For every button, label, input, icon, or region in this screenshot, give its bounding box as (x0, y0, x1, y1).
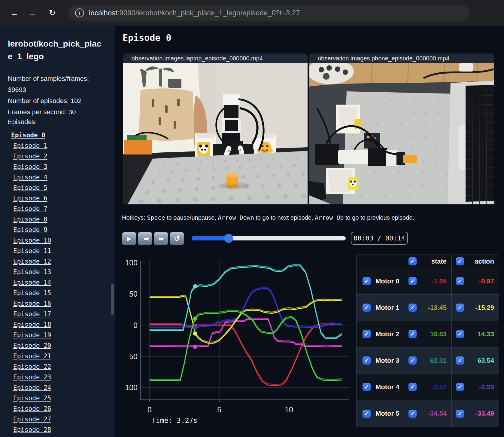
sidebar-episode-link[interactable]: Episode 15 (0, 288, 111, 298)
stat-episodes: Number of episodes: 102 (8, 95, 93, 106)
current-time-marker (193, 316, 197, 321)
sidebar-episode-link[interactable]: Episode 1 (0, 141, 111, 151)
motor-checkbox[interactable]: ✓ (363, 410, 371, 418)
motor-checkbox[interactable]: ✓ (363, 304, 371, 312)
reload-icon[interactable]: ↻ (45, 0, 59, 26)
forward-icon[interactable]: → (25, 0, 40, 26)
motor-action-checkbox[interactable]: ✓ (456, 356, 464, 365)
scrollbar-thumb[interactable] (111, 284, 114, 315)
motor-action-checkbox[interactable]: ✓ (456, 304, 464, 312)
video-panel-laptop: observation.images.laptop_episode_000000… (123, 53, 308, 204)
sidebar-episode-link[interactable]: Episode 21 (0, 351, 111, 362)
motor-state-checkbox[interactable]: ✓ (408, 277, 417, 285)
motor-row: ✓Motor 0✓-1.05✓-0.97 (357, 268, 499, 295)
sidebar-episode-link[interactable]: Episode 5 (0, 183, 111, 193)
motor-checkbox[interactable]: ✓ (363, 356, 371, 365)
motor-action-value: -33.49 (475, 410, 494, 417)
motor-checkbox[interactable]: ✓ (363, 330, 371, 338)
y-tick-label: 50 (129, 290, 138, 298)
sidebar-episode-link[interactable]: Episode 13 (0, 267, 111, 277)
current-time-marker (193, 325, 197, 329)
site-info-icon[interactable]: i (75, 8, 84, 17)
page-title: Episode 0 (123, 32, 172, 43)
sidebar-episode-link[interactable]: Episode 7 (0, 204, 111, 214)
hotkey-key: Space (147, 214, 165, 221)
stat-samples: Number of samples/frames: 39693 (8, 73, 93, 95)
motor-state-checkbox[interactable]: ✓ (408, 383, 417, 391)
sidebar: lerobot/koch_pick_place_1_lego Number of… (0, 26, 115, 437)
motor-checkbox[interactable]: ✓ (363, 383, 371, 391)
loop-icon: ↺ (174, 234, 180, 243)
motor-state-checkbox[interactable]: ✓ (408, 304, 417, 312)
back-icon[interactable]: ← (7, 0, 22, 26)
episode-list: Episode 0Episode 1Episode 2Episode 3Epis… (0, 130, 111, 435)
sidebar-episode-link[interactable]: Episode 8 (0, 214, 111, 225)
fast-forward-button[interactable]: ▶▶ (154, 232, 168, 245)
motor-state-cell: ✓10.63 (404, 321, 452, 347)
lego-baseplate (128, 151, 308, 204)
charger (459, 63, 473, 72)
motor-timeseries-chart: 100500-50-1000510 (126, 254, 354, 427)
sidebar-episode-link[interactable]: Episode 22 (0, 362, 111, 372)
sidebar-episode-link[interactable]: Episode 20 (0, 341, 111, 351)
motor-name: Motor 4 (375, 383, 399, 391)
y-tick-label: -100 (126, 383, 138, 392)
hotkey-text: to pause/unpause, (165, 214, 218, 221)
series-state-line (150, 323, 342, 384)
hotkey-key: Arrow Down (218, 214, 254, 221)
address-bar[interactable]: i localhost:9090/lerobot/koch_pick_place… (68, 5, 469, 21)
hotkeys-help-text: Hotkeys: Space to pause/unpause, Arrow D… (122, 214, 452, 221)
sidebar-episode-link[interactable]: Episode 3 (0, 162, 111, 172)
sidebar-episode-link[interactable]: Episode 9 (0, 225, 111, 235)
sidebar-episode-link[interactable]: Episode 4 (0, 172, 111, 183)
motor-action-checkbox[interactable]: ✓ (456, 383, 464, 391)
seek-slider-thumb[interactable] (224, 234, 233, 243)
sidebar-episode-link[interactable]: Episode 14 (0, 277, 111, 288)
phone-video-scene (309, 63, 494, 204)
sidebar-episode-link[interactable]: Episode 18 (0, 319, 111, 330)
sidebar-episode-link[interactable]: Episode 19 (0, 330, 111, 341)
sidebar-episode-link[interactable]: Episode 17 (0, 309, 111, 319)
motor-action-checkbox[interactable]: ✓ (456, 410, 464, 418)
time-display: 00:03 / 00:14 (351, 232, 408, 245)
motor-action-cell: ✓-2.99 (452, 374, 499, 400)
sidebar-episode-link[interactable]: Episode 28 (0, 425, 111, 435)
sidebar-episode-link[interactable]: Episode 0 (0, 130, 111, 141)
loop-button[interactable]: ↺ (170, 232, 184, 245)
sidebar-episode-link[interactable]: Episode 6 (0, 193, 111, 204)
sidebar-episode-link[interactable]: Episode 24 (0, 383, 111, 393)
action-column-checkbox[interactable]: ✓ (456, 257, 464, 265)
motor-action-checkbox[interactable]: ✓ (456, 330, 464, 338)
motor-action-checkbox[interactable]: ✓ (456, 277, 464, 285)
motor-checkbox[interactable]: ✓ (363, 277, 371, 285)
sidebar-episode-link[interactable]: Episode 27 (0, 414, 111, 425)
header-state-cell: ✓ state (404, 255, 452, 268)
motor-state-checkbox[interactable]: ✓ (408, 330, 417, 338)
sidebar-episode-link[interactable]: Episode 12 (0, 256, 111, 267)
motor-state-checkbox[interactable]: ✓ (408, 410, 417, 418)
sidebar-episode-link[interactable]: Episode 2 (0, 151, 111, 162)
state-column-checkbox[interactable]: ✓ (408, 257, 417, 265)
seek-slider-fill (192, 236, 229, 240)
motor-state-cell: ✓-34.54 (404, 400, 452, 427)
motor-name: Motor 5 (375, 410, 399, 417)
sidebar-episode-link[interactable]: Episode 26 (0, 404, 111, 414)
rewind-button[interactable]: ◀◀ (138, 232, 152, 245)
header-action-cell: ✓ action (452, 255, 499, 268)
y-tick-label: -50 (127, 352, 138, 361)
motor-row: ✓Motor 5✓-34.54✓-33.49 (357, 400, 499, 427)
dataset-title: lerobot/koch_pick_place_1_lego (8, 38, 102, 63)
sidebar-episode-link[interactable]: Episode 10 (0, 235, 111, 246)
motor-action-value: 14.33 (478, 330, 494, 338)
motor-state-checkbox[interactable]: ✓ (408, 356, 417, 365)
sidebar-episode-link[interactable]: Episode 11 (0, 246, 111, 256)
hotkey-key: Arrow Up (315, 214, 344, 221)
sidebar-episode-link[interactable]: Episode 23 (0, 372, 111, 383)
sidebar-episode-link[interactable]: Episode 16 (0, 298, 111, 309)
sidebar-episode-link[interactable]: Episode 25 (0, 393, 111, 404)
current-time-marker (193, 345, 197, 349)
play-pause-button[interactable]: ▶ (122, 232, 136, 245)
seek-slider[interactable] (192, 236, 346, 240)
header-empty-cell (357, 255, 404, 268)
motor-state-value: -1.05 (432, 277, 447, 285)
